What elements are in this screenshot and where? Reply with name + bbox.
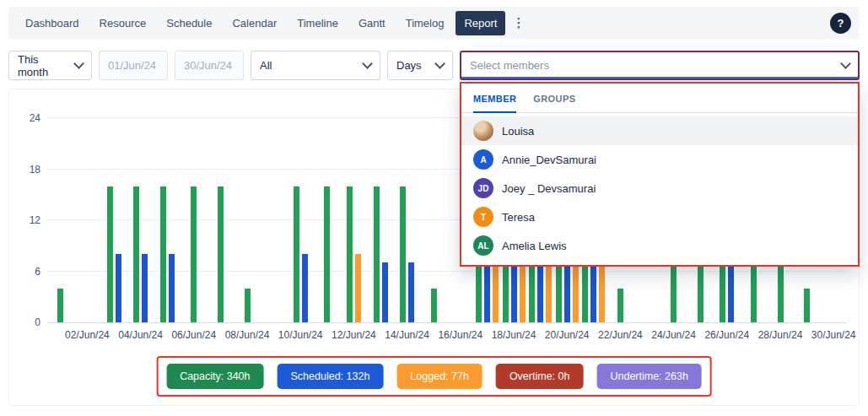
- bar-logged-day12: [355, 254, 361, 322]
- x-tick-02-jun-24: 02/Jun/24: [65, 329, 110, 341]
- x-tick-14-jun-24: 14/Jun/24: [385, 329, 429, 341]
- avatar-initials: A: [473, 149, 493, 170]
- members-list: LouisaAAnnie_DevSamuraiJDJoey _ Devsamur…: [461, 113, 858, 265]
- bar-scheduled-day5: [169, 254, 175, 322]
- x-tick-20-jun-24: 20/Jun/24: [545, 329, 590, 341]
- scope-value: All: [260, 59, 272, 72]
- y-tick-12: 12: [13, 214, 40, 226]
- bar-capacity-day4: [133, 186, 139, 322]
- bar-scheduled-day4: [142, 254, 148, 322]
- member-name: Joey _ Devsamurai: [502, 182, 596, 195]
- x-tick-08-jun-24: 08/Jun/24: [225, 329, 270, 341]
- unit-value: Days: [396, 59, 422, 72]
- x-tick-24-jun-24: 24/Jun/24: [651, 329, 696, 341]
- legend-undertime: Undertime: 263h: [596, 364, 701, 389]
- chevron-down-icon: [840, 58, 851, 69]
- x-axis-labels: 02/Jun/2404/Jun/2406/Jun/2408/Jun/2410/J…: [47, 329, 847, 343]
- period-select[interactable]: This month: [8, 51, 92, 80]
- bar-capacity-day14: [400, 186, 406, 322]
- date-to-value: 30/Jun/24: [184, 59, 232, 72]
- more-options-icon[interactable]: ⋮: [505, 12, 531, 34]
- bar-capacity-day15: [431, 289, 437, 322]
- legend-logged: Logged: 77h: [396, 364, 483, 389]
- tab-report[interactable]: Report: [456, 11, 505, 35]
- app-root: DashboardResourceScheduleCalendarTimelin…: [0, 7, 868, 406]
- top-navigation: DashboardResourceScheduleCalendarTimelin…: [8, 7, 860, 39]
- legend-highlight-box: Capacity: 340hScheduled: 132hLogged: 77h…: [156, 356, 712, 397]
- date-to-input[interactable]: 30/Jun/24: [175, 51, 244, 80]
- bar-capacity-day6: [191, 186, 197, 322]
- avatar-photo: [473, 121, 493, 141]
- tab-resource[interactable]: Resource: [91, 11, 155, 35]
- period-value: This month: [18, 53, 68, 78]
- bar-capacity-day29: [804, 289, 810, 322]
- members-tab-member[interactable]: MEMBER: [473, 94, 516, 113]
- chart-legend: Capacity: 340hScheduled: 132hLogged: 77h…: [166, 364, 702, 389]
- y-tick-6: 6: [13, 266, 40, 278]
- members-tab-groups[interactable]: GROUPS: [533, 94, 575, 112]
- bar-capacity-day7: [218, 186, 224, 322]
- member-name: Louisa: [502, 125, 534, 138]
- members-dropdown-panel: MEMBERGROUPS LouisaAAnnie_DevSamuraiJDJo…: [460, 82, 860, 267]
- tab-calendar[interactable]: Calendar: [224, 11, 285, 35]
- members-placeholder: Select members: [470, 59, 549, 72]
- scope-select[interactable]: All: [251, 51, 380, 80]
- member-name: Amelia Lewis: [502, 240, 567, 252]
- bar-capacity-day3: [107, 186, 113, 322]
- tab-timelog[interactable]: Timelog: [397, 11, 453, 35]
- date-from-value: 01/Jun/24: [108, 59, 156, 72]
- avatar-initials: JD: [473, 178, 493, 198]
- help-button[interactable]: ?: [830, 13, 851, 34]
- x-tick-12-jun-24: 12/Jun/24: [332, 329, 376, 341]
- x-tick-22-jun-24: 22/Jun/24: [598, 329, 643, 341]
- bar-capacity-day5: [160, 186, 166, 322]
- nav-tab-list: DashboardResourceScheduleCalendarTimelin…: [17, 11, 505, 35]
- bar-capacity-day22: [617, 289, 623, 322]
- tab-schedule[interactable]: Schedule: [158, 11, 220, 35]
- legend-scheduled: Scheduled: 132h: [278, 364, 384, 389]
- member-row-joey-devsamurai[interactable]: JDJoey _ Devsamurai: [461, 174, 858, 203]
- chevron-down-icon: [434, 58, 445, 69]
- bar-capacity-day1: [57, 289, 63, 322]
- chevron-down-icon: [73, 58, 84, 69]
- bar-scheduled-day13: [382, 262, 388, 322]
- bar-capacity-day11: [324, 186, 330, 322]
- avatar-initials: T: [473, 207, 493, 227]
- x-tick-10-jun-24: 10/Jun/24: [278, 329, 323, 341]
- x-tick-18-jun-24: 18/Jun/24: [492, 329, 536, 341]
- member-row-louisa[interactable]: Louisa: [461, 116, 858, 145]
- member-row-annie-devsamurai[interactable]: AAnnie_DevSamurai: [461, 145, 858, 174]
- y-tick-0: 0: [13, 316, 40, 328]
- bar-capacity-day13: [374, 186, 380, 322]
- tab-gantt[interactable]: Gantt: [350, 11, 394, 35]
- bar-scheduled-day10: [302, 254, 308, 322]
- date-from-input[interactable]: 01/Jun/24: [99, 51, 168, 80]
- member-row-teresa[interactable]: TTeresa: [461, 203, 858, 231]
- gridline-6: [47, 271, 847, 272]
- member-name: Teresa: [502, 211, 535, 224]
- tab-dashboard[interactable]: Dashboard: [17, 11, 88, 35]
- bar-capacity-day10: [294, 186, 299, 322]
- avatar-initials: AL: [473, 235, 493, 256]
- chevron-down-icon: [362, 58, 373, 69]
- legend-overtime: Overtime: 0h: [496, 364, 584, 389]
- bar-scheduled-day3: [116, 254, 121, 322]
- x-tick-06-jun-24: 06/Jun/24: [171, 329, 216, 341]
- x-tick-04-jun-24: 04/Jun/24: [118, 329, 163, 341]
- x-tick-16-jun-24: 16/Jun/24: [438, 329, 483, 341]
- y-tick-24: 24: [13, 112, 40, 124]
- x-tick-26-jun-24: 26/Jun/24: [704, 329, 749, 341]
- x-tick-30-jun-24: 30/Jun/24: [811, 329, 856, 341]
- bar-capacity-day12: [347, 186, 353, 322]
- member-name: Annie_DevSamurai: [502, 154, 596, 166]
- bar-scheduled-day14: [408, 262, 414, 322]
- member-row-amelia-lewis[interactable]: ALAmelia Lewis: [461, 231, 858, 260]
- filter-bar: This month 01/Jun/24 30/Jun/24 All Days …: [8, 51, 860, 80]
- legend-capacity: Capacity: 340h: [166, 364, 263, 389]
- x-tick-28-jun-24: 28/Jun/24: [758, 329, 803, 341]
- tab-timeline[interactable]: Timeline: [288, 11, 347, 35]
- members-select[interactable]: Select members MEMBERGROUPS LouisaAAnnie…: [460, 51, 860, 80]
- members-panel-tabs: MEMBERGROUPS: [461, 84, 858, 113]
- y-tick-18: 18: [13, 164, 40, 176]
- unit-select[interactable]: Days: [387, 51, 453, 80]
